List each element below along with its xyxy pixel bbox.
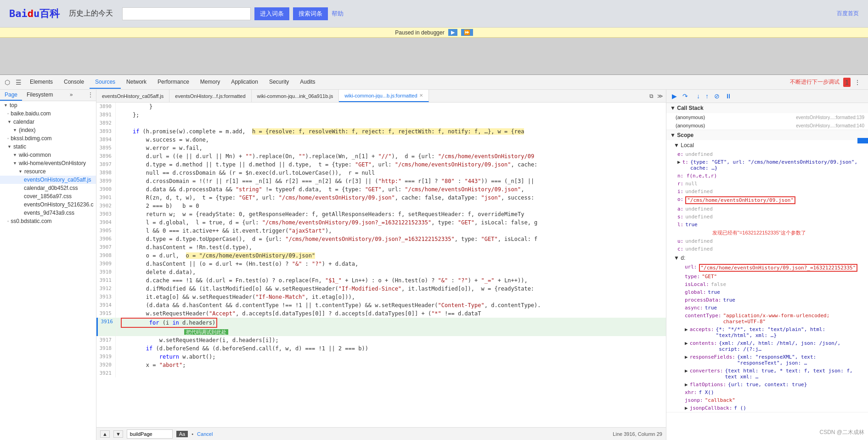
split-icon[interactable]: ⧉	[648, 92, 654, 100]
format-btn[interactable]: Aa	[176, 431, 188, 437]
code-view[interactable]: 3890 } 3891 }; 3892 3893 if (h.promise(w…	[96, 103, 666, 427]
scope-var-u: u: undefined	[666, 237, 868, 245]
share-btn[interactable]: 分享	[857, 138, 868, 143]
deactivate-btn[interactable]: ⊘	[712, 91, 721, 101]
tab-audits[interactable]: Audits	[294, 76, 321, 89]
inspect-icon[interactable]: ⬡	[2, 79, 13, 86]
code-line-3919: 3919 return w.abort();	[96, 353, 666, 361]
search-input[interactable]	[122, 7, 251, 20]
tab-application[interactable]: Application	[225, 76, 264, 89]
step-into-btn[interactable]: ↓	[695, 91, 702, 101]
step-out-btn[interactable]: ↑	[704, 91, 710, 101]
tree-item-wiki-home[interactable]: ▼ wiki-home/eventsOnHistory	[0, 159, 96, 167]
page-content-area	[0, 38, 868, 74]
code-line-3921: 3921	[96, 369, 666, 377]
scope-d-contenttype: contentType: "application/x-www-form-url…	[666, 312, 868, 326]
tree-item-calendar-css[interactable]: calendar_d0b452f.css	[0, 184, 96, 192]
devtools-panel: ⬡ ☰ Elements Console Sources Network Per…	[0, 74, 868, 440]
scope-var-c: c: undefined	[666, 245, 868, 253]
tree-item-resource[interactable]: ▼ resource	[0, 167, 96, 176]
search-article-btn[interactable]: 搜索词条	[293, 7, 328, 20]
format-dot-btn[interactable]: •	[192, 431, 193, 437]
call-stack-section: ▼ Call Stack (anonymous) eventsOnHistory…	[666, 103, 868, 130]
tree-item-top[interactable]: ▼ top	[0, 101, 96, 109]
tree-item-baike[interactable]: ◦ baike.baidu.com	[0, 109, 96, 118]
scope-section: ▼ Scope ▼ Local e: undefined ▶ t: {type:…	[666, 130, 868, 412]
status-line: Line 3916, Column 29	[613, 431, 662, 437]
code-line-3898: 3898 null == d.crossDomain && (r = $n.ex…	[96, 169, 666, 177]
file-tree-tab-filesystem[interactable]: Filesystem	[22, 90, 57, 101]
tab-memory[interactable]: Memory	[195, 76, 225, 89]
local-scope-header[interactable]: ▼ Local	[666, 140, 868, 150]
source-area: eventsOnHistory_ca05aff.js eventsOnHisto…	[96, 90, 666, 440]
tree-item-ss0[interactable]: ◦ ss0.bdstatic.com	[0, 217, 96, 225]
pause-btn[interactable]: ⏸	[723, 91, 733, 101]
debugger-play-btn[interactable]: ▶	[448, 29, 457, 36]
tree-item-calendar[interactable]: ▼ calendar	[0, 118, 96, 126]
code-line-3906: 3906 d.type = d.type.toUpperCase(), d = …	[96, 235, 666, 243]
source-tab-2[interactable]: eventsOnHistory...f.js:formatted	[169, 90, 251, 102]
tab-elements[interactable]: Elements	[24, 76, 58, 89]
code-line-3910: 3910 delete d.data),	[96, 268, 666, 276]
tab-network[interactable]: Network	[121, 76, 152, 89]
tree-item-bkssl[interactable]: ◦ bkssl.bdimg.com	[0, 134, 96, 143]
file-tree-more-icon[interactable]: »	[67, 90, 76, 101]
more-tabs-icon[interactable]: ≫	[656, 92, 664, 100]
baidu-logo: Baidu百科	[9, 7, 60, 21]
debugger-step-btn[interactable]: ⏩	[461, 29, 473, 36]
source-tab-3[interactable]: wiki-common-jqu...ink_06a911b.js	[252, 90, 339, 102]
source-tab-1[interactable]: eventsOnHistory_ca05aff.js	[96, 90, 169, 102]
scope-d-jsonp: jsonp: "callback"	[666, 396, 868, 404]
file-tree-menu-icon[interactable]: ⋮	[85, 90, 96, 101]
file-tree-tab-page[interactable]: Page	[0, 90, 22, 101]
tree-item-events-css3[interactable]: events_9d743a9.css	[0, 209, 96, 217]
scope-d-url: url: "/cms/home/eventsOnHistory/09.json?…	[666, 263, 868, 273]
tab-console[interactable]: Console	[58, 76, 90, 89]
resume-btn[interactable]: ▶	[670, 91, 679, 101]
d-scope-header[interactable]: ▼ d:	[666, 253, 868, 263]
code-line-3913: 3913 it.etag[o] && w.setRequestHeader("I…	[96, 293, 666, 301]
tree-item-static[interactable]: ▼ static	[0, 143, 96, 151]
tab-performance[interactable]: Performance	[152, 76, 195, 89]
tab-sources[interactable]: Sources	[90, 76, 121, 89]
help-link[interactable]: 帮助	[332, 10, 344, 18]
close-tab-icon[interactable]: ✕	[419, 93, 423, 98]
tab-security[interactable]: Security	[264, 76, 294, 89]
tree-item-cover-css[interactable]: cover_1856a97.css	[0, 192, 96, 200]
call-stack-item-2[interactable]: (anonymous) eventsOnHistory....:formatte…	[666, 121, 868, 130]
call-stack-item-1[interactable]: (anonymous) eventsOnHistory....:formatte…	[666, 113, 868, 121]
enter-article-btn[interactable]: 进入词条	[254, 7, 289, 20]
nav-up-btn[interactable]: ▲	[100, 430, 110, 438]
tree-item-events-css2[interactable]: eventsOnHistory_5216236.c	[0, 200, 96, 209]
code-line-3895: 3895 w.error = w.fail,	[96, 144, 666, 152]
cancel-btn[interactable]: Cancel	[197, 431, 213, 437]
code-line-3917: 3917 w.setRequestHeader(i, d.headers[i])…	[96, 336, 666, 344]
debugger-scroll[interactable]: ▼ Call Stack (anonymous) eventsOnHistory…	[666, 103, 868, 440]
step-over-btn[interactable]: ↷	[681, 91, 690, 101]
scope-d-contents: ▶ contents: {xml: /xml/, html: /html/, j…	[666, 339, 868, 353]
step-annotation: 不断进行下一步调试	[788, 77, 841, 87]
call-stack-header[interactable]: ▼ Call Stack	[666, 103, 868, 113]
scope-d-async: async: true	[666, 304, 868, 312]
build-page-input[interactable]	[127, 429, 173, 439]
scope-d-flatoptions: ▶ flatOptions: {url: true, context: true…	[666, 381, 868, 389]
debugger-controls: ▶ ↷ ↓ ↑ ⊘ ⏸	[666, 90, 868, 103]
device-icon[interactable]: ☰	[13, 79, 24, 86]
scope-d-responsefields: ▶ responseFields: {xml: "responseXML", t…	[666, 353, 868, 367]
tree-item-events-js[interactable]: eventsOnHistory_ca05aff.js	[0, 176, 96, 184]
scope-header[interactable]: ▼ Scope	[666, 130, 868, 140]
code-line-3920: 3920 x = "abort";	[96, 361, 666, 369]
tree-item-index[interactable]: ▼ (index)	[0, 126, 96, 134]
scope-d-processdata: processData: true	[666, 296, 868, 304]
tree-item-wiki-common[interactable]: ▼ wiki-common	[0, 151, 96, 159]
more-options-icon[interactable]: ⋮	[852, 78, 862, 87]
source-tab-4[interactable]: wiki-common-jqu...b.js:formatted ✕	[339, 90, 428, 102]
code-line-3900: 3900 d.data && d.processData && "string"…	[96, 185, 666, 194]
scope-d-accepts: ▶ accepts: {*: "*/*", text: "text/plain"…	[666, 326, 868, 339]
nav-down-btn[interactable]: ▼	[113, 430, 123, 438]
corner-link[interactable]: 百度首页	[837, 10, 859, 17]
devtools-tab-bar: ⬡ ☰ Elements Console Sources Network Per…	[0, 75, 868, 90]
code-line-3915: 3915 w.setRequestHeader("Accept", d.acce…	[96, 309, 666, 318]
code-line-3909: 3909 d.hasContent || (o = d.url += (Hn.t…	[96, 260, 666, 268]
step-annotation-label	[692, 93, 693, 99]
